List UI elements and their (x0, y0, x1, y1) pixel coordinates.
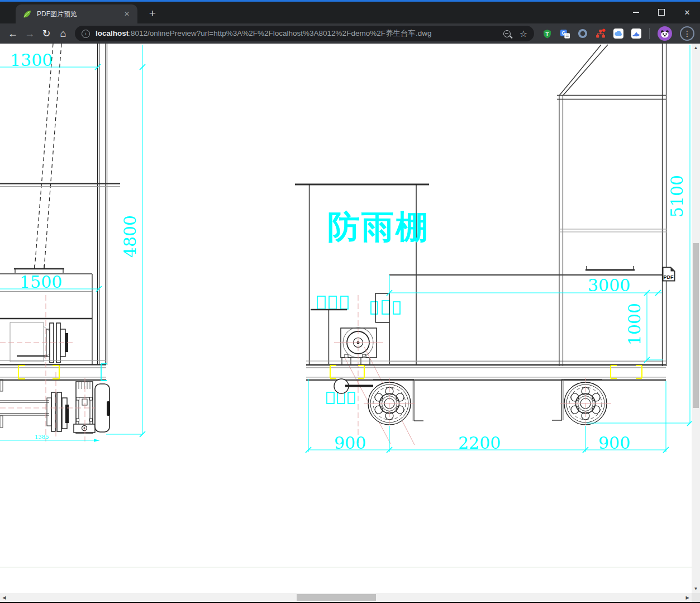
browser-toolbar: ← → ↻ ⌂ i localhost:8012/onlinePreview?u… (0, 23, 700, 44)
pdf-button-label: PDF (664, 274, 674, 280)
dim-900-right: 900 (598, 433, 630, 453)
minimize-icon (633, 12, 639, 13)
profile-avatar[interactable] (658, 26, 672, 41)
window-controls: ✕ (623, 2, 700, 23)
right-wheel (552, 378, 611, 428)
browser-menu-button[interactable]: ⋮ (680, 26, 694, 41)
right-frame-structure (557, 44, 666, 366)
dim-4800: 4800 (120, 215, 140, 258)
dim-1000: 1000 (625, 303, 644, 345)
window-top-accent (0, 0, 700, 2)
dwg-preview-canvas: 1300 4800 1500 1385 900 2200 900 3000 10… (0, 44, 700, 593)
pdf-export-button[interactable]: PDF (661, 267, 676, 282)
home-button[interactable]: ⌂ (55, 25, 72, 42)
horizontal-scrollbar-thumb[interactable] (297, 594, 376, 601)
scroll-left-arrow[interactable]: ◀ (0, 593, 8, 602)
motor-unit (334, 295, 415, 445)
back-button[interactable]: ← (4, 25, 21, 42)
bookmark-star-icon[interactable]: ☆ (520, 29, 527, 39)
dim-1385: 1385 (35, 434, 49, 440)
shelter-label: 防雨棚 (327, 208, 430, 246)
url-path: :8012/onlinePreview?url=http%3A%2F%2Floc… (128, 29, 431, 37)
cad-drawing: 1300 4800 1500 1385 900 2200 900 3000 10… (0, 44, 700, 593)
spring-leaf-favicon (22, 10, 32, 19)
browser-window: PDF图片预览 ✕ + ✕ ← → ↻ ⌂ i localhost:8012/o… (0, 0, 700, 603)
close-window-button[interactable]: ✕ (674, 2, 700, 23)
org-chart-extension-icon[interactable] (596, 29, 606, 39)
cloud-extension-icon[interactable] (613, 29, 623, 39)
dim-1500: 1500 (20, 272, 62, 292)
maximize-button[interactable] (649, 2, 674, 23)
dim-3000: 3000 (588, 276, 630, 295)
scrollbar-corner (692, 593, 700, 602)
tab-close-icon[interactable]: ✕ (122, 10, 132, 18)
address-bar[interactable]: i localhost:8012/onlinePreview?url=http%… (75, 26, 534, 41)
page-info-icon[interactable]: i (82, 30, 90, 38)
kebab-menu-icon: ⋮ (683, 29, 691, 38)
toolbar-separator (649, 28, 650, 39)
axle-assembly (0, 295, 110, 441)
extension-row: T G ⋮ (542, 26, 696, 41)
dim-2200: 2200 (458, 433, 501, 453)
dim-900-left: 900 (334, 433, 366, 453)
svg-text:T: T (545, 30, 549, 36)
scroll-up-arrow[interactable]: ▲ (692, 44, 700, 52)
tab-strip: PDF图片预览 ✕ + ✕ (0, 0, 700, 23)
url-text[interactable]: localhost:8012/onlinePreview?url=http%3A… (96, 29, 503, 39)
new-tab-button[interactable]: + (144, 5, 161, 22)
dim-1300: 1300 (10, 50, 53, 70)
browser-tab[interactable]: PDF图片预览 ✕ (16, 4, 137, 23)
reload-button[interactable]: ↻ (38, 25, 55, 42)
bird-extension-icon[interactable] (631, 29, 641, 39)
maximize-icon (658, 9, 665, 16)
scroll-right-arrow[interactable]: ▶ (683, 593, 692, 602)
shield-extension-icon[interactable]: T (542, 29, 552, 39)
vertical-scrollbar[interactable]: ▲ ▼ (692, 44, 700, 593)
forward-button[interactable]: → (21, 25, 38, 42)
url-host: localhost (96, 29, 128, 37)
dim-5100: 5100 (667, 175, 687, 217)
ring-extension-icon[interactable] (578, 29, 588, 39)
tab-title: PDF图片预览 (37, 10, 122, 19)
cyan-clamp-mark-left (101, 364, 107, 381)
minimize-button[interactable] (623, 2, 649, 23)
vertical-scrollbar-thumb[interactable] (693, 243, 699, 408)
scroll-down-arrow[interactable]: ▼ (692, 585, 700, 593)
left-view (0, 44, 120, 441)
translate-extension-icon[interactable]: G (560, 29, 570, 39)
horizontal-scrollbar[interactable]: ◀ ▶ (0, 593, 692, 602)
zoom-out-icon[interactable] (503, 30, 511, 37)
